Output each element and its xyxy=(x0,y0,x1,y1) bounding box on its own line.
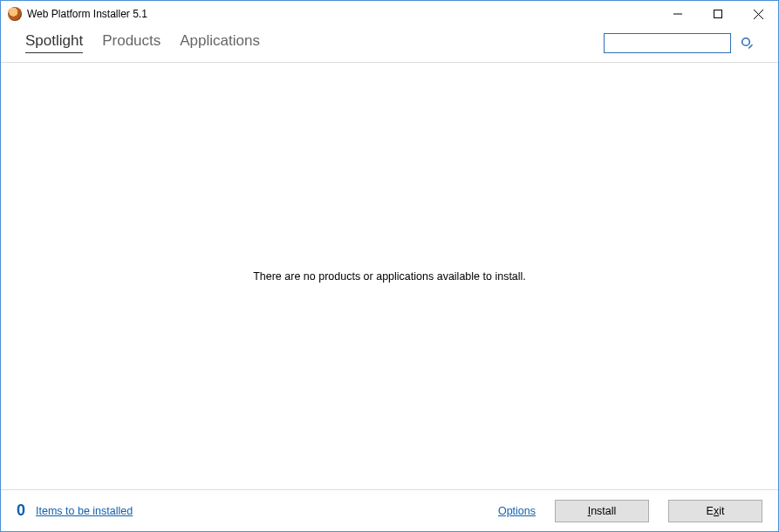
tab-row: Spotlight Products Applications xyxy=(1,27,778,63)
options-link[interactable]: Options xyxy=(498,505,536,517)
search-input[interactable] xyxy=(604,33,731,53)
close-icon xyxy=(754,10,763,19)
maximize-icon xyxy=(714,10,722,18)
minimize-button[interactable] xyxy=(658,1,698,27)
tab-products[interactable]: Products xyxy=(102,32,161,53)
tabs: Spotlight Products Applications xyxy=(25,32,260,53)
tab-applications[interactable]: Applications xyxy=(180,32,260,53)
empty-message: There are no products or applications av… xyxy=(253,270,526,283)
install-rest: nstall xyxy=(591,505,616,517)
titlebar: Web Platform Installer 5.1 xyxy=(1,1,778,27)
search-wrap xyxy=(604,33,754,53)
exit-button[interactable]: Exit xyxy=(668,500,762,522)
install-count: 0 xyxy=(17,501,25,520)
main-content: There are no products or applications av… xyxy=(1,63,778,489)
svg-point-4 xyxy=(741,38,749,45)
app-icon xyxy=(8,7,22,21)
svg-line-5 xyxy=(748,44,752,48)
install-button[interactable]: Install xyxy=(555,500,649,522)
minimize-icon xyxy=(673,10,682,18)
svg-rect-1 xyxy=(714,10,722,18)
search-icon[interactable] xyxy=(740,36,754,50)
tab-spotlight[interactable]: Spotlight xyxy=(25,32,83,53)
maximize-button[interactable] xyxy=(698,1,738,27)
items-to-install-link[interactable]: Items to be installed xyxy=(36,505,133,517)
footer: 0 Items to be installed Options Install … xyxy=(1,489,778,531)
window-controls xyxy=(658,1,778,27)
window-title: Web Platform Installer 5.1 xyxy=(27,8,147,20)
close-button[interactable] xyxy=(738,1,778,27)
